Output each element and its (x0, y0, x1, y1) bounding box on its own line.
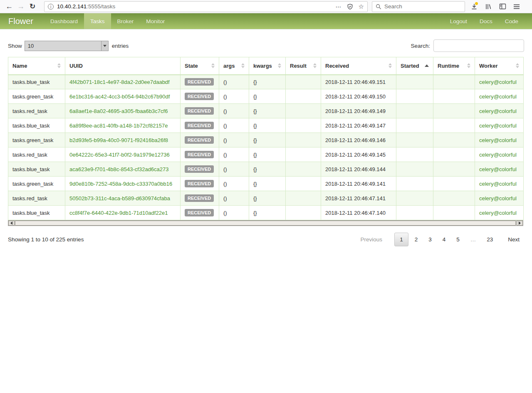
cell-args: () (219, 206, 249, 220)
navbar-items: DashboardTasksBrokerMonitor (44, 13, 171, 29)
nav-item-code[interactable]: Code (499, 13, 525, 29)
uuid-link[interactable]: 50502b73-311c-4aca-b589-d630974cfaba (69, 195, 170, 201)
library-icon[interactable] (484, 2, 492, 11)
cell-received: 2018-12-11 20:46:49.144 (321, 162, 396, 177)
nav-item-broker[interactable]: Broker (111, 13, 140, 29)
uuid-link[interactable]: 6e1bc316-ac42-4cc3-b054-94b2c67b90df (69, 93, 170, 100)
uuid-link[interactable]: 9d0e810b-7252-458a-9dcb-c33370a0bb16 (69, 181, 172, 187)
cell-runtime (433, 162, 475, 177)
sidebar-toggle-icon[interactable] (498, 2, 507, 11)
cell-result (286, 133, 321, 147)
uuid-link[interactable]: b2d93fe5-b99a-40c0-9071-f92416ba26f8 (69, 137, 168, 143)
nav-item-logout[interactable]: Logout (444, 13, 473, 29)
uuid-link[interactable]: 6a8aef1e-8a02-4695-a305-fbaa6b3c7cf6 (69, 108, 168, 114)
table-row: tasks.green_task b2d93fe5-b99a-40c0-9071… (8, 133, 524, 147)
state-badge: RECEIVED (185, 136, 214, 144)
site-info-icon[interactable]: i (48, 4, 54, 10)
pagination-page-1[interactable]: 1 (394, 233, 408, 246)
bookmark-star-icon[interactable]: ☆ (359, 3, 364, 10)
table-search-input[interactable] (433, 39, 524, 52)
cell-worker: celery@colorful (475, 75, 524, 89)
uuid-link[interactable]: aca623e9-f701-4b8c-8543-cf32ad6ca273 (69, 166, 169, 172)
cell-runtime (433, 206, 475, 220)
shield-icon[interactable] (346, 2, 354, 11)
browser-search-bar[interactable]: Search (372, 1, 465, 12)
pagination-page-2[interactable]: 2 (410, 233, 423, 246)
cell-received: 2018-12-11 20:46:49.150 (321, 89, 396, 104)
uuid-link[interactable]: 6a89f8ee-ac81-40fb-a148-1b72cf82157e (69, 123, 168, 129)
worker-link[interactable]: celery@colorful (479, 166, 517, 172)
url-bar[interactable]: i 10.40.2.141:5555/tasks ⋯ ☆ (44, 1, 368, 12)
horizontal-scrollbar[interactable] (8, 220, 523, 226)
sort-arrows-icon (516, 63, 519, 68)
nav-item-monitor[interactable]: Monitor (140, 13, 171, 29)
column-header-runtime[interactable]: Runtime (433, 57, 475, 75)
refresh-icon[interactable]: ↻ (27, 1, 38, 12)
column-header-started[interactable]: Started (396, 57, 433, 75)
pagination-previous[interactable]: Previous (356, 233, 387, 246)
menu-hamburger-icon[interactable] (512, 2, 521, 11)
nav-item-dashboard[interactable]: Dashboard (44, 13, 84, 29)
pagination-page-3[interactable]: 3 (424, 233, 436, 246)
worker-link[interactable]: celery@colorful (479, 93, 517, 100)
column-header-name[interactable]: Name (8, 57, 65, 75)
scroll-left-arrow-icon[interactable] (8, 221, 15, 226)
pagination-next[interactable]: Next (503, 233, 524, 246)
state-badge: RECEIVED (185, 165, 214, 173)
cell-worker: celery@colorful (475, 206, 524, 220)
cell-result (286, 118, 321, 133)
sort-arrows-icon (278, 63, 281, 68)
uuid-link[interactable]: 0e64222c-65e3-41f7-b0f2-9a1979e12736 (69, 152, 170, 158)
cell-kwargs: {} (249, 104, 286, 118)
cell-runtime (433, 104, 475, 118)
cell-uuid: b2d93fe5-b99a-40c0-9071-f92416ba26f8 (65, 133, 181, 147)
browser-toolbar: ← → ↻ i 10.40.2.141:5555/tasks ⋯ ☆ Searc… (0, 0, 532, 13)
pagination-page-23[interactable]: 23 (482, 233, 497, 246)
cell-args: () (219, 147, 249, 162)
uuid-link[interactable]: cc8f4f7e-6440-422e-9db1-71d10adf22e1 (69, 210, 168, 216)
column-header-received[interactable]: Received (321, 57, 396, 75)
table-row: tasks.red_task 6a8aef1e-8a02-4695-a305-f… (8, 104, 524, 118)
tasks-table-wrap: Name UUID State args kwargs Result Recei… (8, 57, 524, 226)
cell-kwargs: {} (249, 191, 286, 206)
cell-received: 2018-12-11 20:46:49.147 (321, 118, 396, 133)
worker-link[interactable]: celery@colorful (479, 152, 517, 158)
column-header-worker[interactable]: Worker (475, 57, 524, 75)
downloads-icon[interactable] (470, 2, 478, 11)
url-path: :5555/tasks (87, 3, 115, 10)
worker-link[interactable]: celery@colorful (479, 210, 517, 216)
brand-flower[interactable]: Flower (0, 17, 44, 26)
nav-item-docs[interactable]: Docs (473, 13, 499, 29)
column-header-state[interactable]: State (181, 57, 219, 75)
cell-state: RECEIVED (181, 147, 219, 162)
nav-item-tasks[interactable]: Tasks (84, 13, 111, 29)
uuid-link[interactable]: 4f42b071-18c1-4e97-8da2-2d0ee7daabdf (69, 79, 170, 85)
worker-link[interactable]: celery@colorful (479, 137, 517, 143)
worker-link[interactable]: celery@colorful (479, 195, 517, 201)
scrollbar-thumb[interactable] (15, 221, 516, 226)
back-icon[interactable]: ← (3, 1, 15, 12)
show-label: Show (8, 43, 22, 49)
page-actions-icon[interactable]: ⋯ (336, 3, 342, 10)
cell-worker: celery@colorful (475, 89, 524, 104)
worker-link[interactable]: celery@colorful (479, 181, 517, 187)
worker-link[interactable]: celery@colorful (479, 123, 517, 129)
cell-started (396, 191, 433, 206)
pagination-page-4[interactable]: 4 (438, 233, 450, 246)
table-row: tasks.blue_task 6a89f8ee-ac81-40fb-a148-… (8, 118, 524, 133)
pagination-page-5[interactable]: 5 (452, 233, 464, 246)
state-badge: RECEIVED (185, 194, 214, 202)
cell-runtime (433, 89, 475, 104)
scroll-right-arrow-icon[interactable] (517, 221, 523, 226)
cell-kwargs: {} (249, 89, 286, 104)
state-badge: RECEIVED (185, 209, 214, 216)
column-header-kwargs[interactable]: kwargs (249, 57, 286, 75)
worker-link[interactable]: celery@colorful (479, 79, 517, 85)
cell-received: 2018-12-11 20:46:49.151 (321, 75, 396, 89)
worker-link[interactable]: celery@colorful (479, 108, 517, 114)
column-header-result[interactable]: Result (286, 57, 321, 75)
column-header-args[interactable]: args (219, 57, 249, 75)
page-size-select[interactable]: 10 (25, 41, 109, 51)
cell-started (396, 104, 433, 118)
cell-state: RECEIVED (181, 133, 219, 147)
